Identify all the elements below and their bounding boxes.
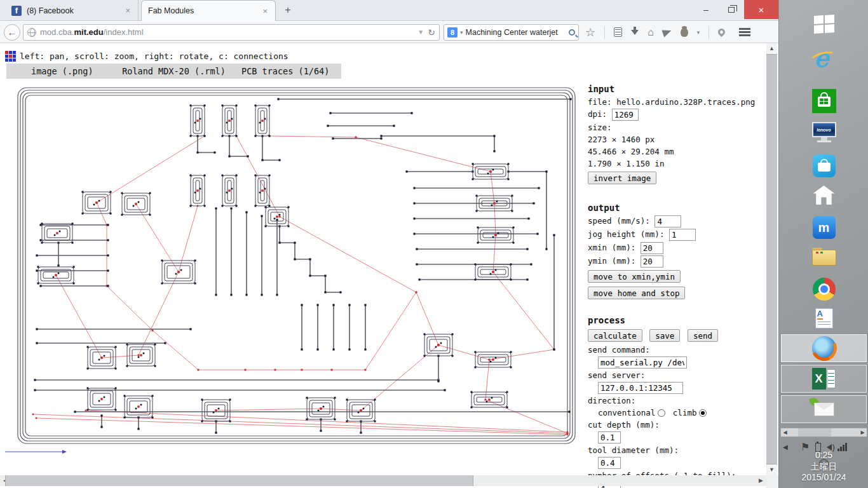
firefox-icon[interactable] [779, 336, 868, 360]
ymin-label: ymin (mm): [588, 256, 635, 266]
url-bar[interactable]: mod.cba.mit.edu/index.html ▼ ↻ [23, 24, 440, 41]
mail-icon[interactable] [779, 400, 868, 417]
addon-caret-icon[interactable]: ▾ [697, 29, 700, 36]
taskbar-scrollbar[interactable]: ◀ ▶ [780, 428, 867, 437]
taskbar-clock[interactable]: 0:25 土曜日 2015/01/24 [779, 470, 868, 488]
downloads-icon[interactable] [631, 30, 639, 39]
speed-input[interactable] [654, 215, 681, 227]
module-image[interactable]: image (.png) [6, 66, 118, 76]
search-engine-icon[interactable]: 8 [447, 27, 458, 37]
new-tab-button[interactable]: + [280, 4, 296, 18]
taskbar-scroll-left-icon[interactable]: ◀ [781, 430, 789, 435]
menu-icon[interactable] [739, 28, 750, 36]
back-button[interactable]: ← [4, 24, 20, 41]
input-section-title: input [588, 83, 766, 95]
send-command-input[interactable] [598, 356, 687, 369]
clock-date: 2015/01/24 [779, 472, 868, 484]
home-app-icon[interactable] [779, 186, 868, 205]
send-server-input[interactable] [598, 382, 683, 394]
tab-facebook[interactable]: f (8) Facebook × [5, 0, 139, 21]
hint-row: left: pan, scroll: zoom, right: rotate, … [5, 51, 288, 62]
desktop: f (8) Facebook × Fab Modules × + – × ← m… [0, 0, 868, 488]
tab-fab-modules[interactable]: Fab Modules × [141, 0, 276, 21]
tool-diameter-input[interactable] [598, 457, 621, 469]
scroll-down-icon[interactable]: ▼ [766, 464, 777, 475]
taskbar-scroll-thumb[interactable] [798, 428, 831, 437]
reload-icon[interactable]: ↻ [428, 27, 435, 37]
internet-explorer-icon[interactable]: e [779, 46, 868, 71]
conventional-label: conventional [598, 408, 655, 417]
vertical-scrollbar[interactable]: ▲ ▼ [766, 43, 777, 475]
module-bar: image (.png) Roland MDX-20 (.rml) PCB tr… [6, 64, 341, 79]
direction-climb-radio[interactable] [699, 409, 707, 417]
addon-bug-icon[interactable] [681, 28, 688, 37]
scroll-right-icon[interactable]: ▶ [756, 475, 766, 486]
search-bar[interactable]: 8 ▾ Machining Center waterjet [444, 24, 579, 41]
url-text: mod.cba.mit.edu/index.html [40, 27, 414, 37]
tab-strip: f (8) Facebook × Fab Modules × + – × [0, 0, 778, 21]
search-input[interactable]: Machining Center waterjet [466, 28, 566, 37]
toolbar-separator [709, 26, 709, 39]
calculate-button[interactable]: calculate [588, 329, 642, 342]
jog-height-input[interactable] [669, 229, 696, 241]
search-icon[interactable] [569, 29, 575, 36]
url-dropdown-icon[interactable]: ▼ [417, 29, 424, 36]
send-button[interactable]: send [688, 329, 718, 342]
facebook-favicon: f [11, 6, 22, 16]
share-icon[interactable] [661, 27, 672, 37]
taskbar-scroll-right-icon[interactable]: ▶ [858, 430, 867, 435]
output-section-title: output [588, 202, 766, 214]
tab-close-icon[interactable]: × [124, 6, 132, 15]
xmin-input[interactable] [641, 242, 663, 254]
move-to-xmin-ymin-button[interactable]: move to xmin,ymin [588, 270, 681, 283]
invert-image-button[interactable]: invert image [588, 172, 656, 184]
scrollbar-corner [766, 475, 778, 488]
horizontal-scrollbar[interactable]: ◀ ▶ [0, 475, 766, 486]
tool-diameter-label: tool diameter (mm): [588, 445, 766, 456]
window-controls: – × [693, 0, 778, 19]
dpi-label: dpi: [588, 109, 607, 119]
restore-button[interactable] [719, 0, 744, 19]
wordpad-icon[interactable]: A [779, 308, 868, 329]
toolbar-separator [604, 26, 605, 39]
cut-depth-input[interactable] [598, 431, 621, 444]
bookmarks-menu-icon[interactable] [614, 27, 622, 37]
file-explorer-icon[interactable] [779, 248, 868, 266]
save-button[interactable]: save [649, 329, 680, 342]
module-pcb-traces[interactable]: PCB traces (1/64) [229, 66, 341, 76]
tab-label: (8) Facebook [27, 6, 119, 15]
tab-close-icon[interactable]: × [261, 6, 269, 16]
minimize-button[interactable]: – [693, 0, 719, 19]
lenovo-icon[interactable]: lenovo [779, 122, 868, 142]
search-engine-caret-icon[interactable]: ▾ [460, 29, 463, 36]
scroll-up-icon[interactable]: ▲ [766, 43, 777, 54]
dpi-input[interactable] [612, 109, 639, 121]
move-home-and-stop-button[interactable]: move home and stop [588, 287, 685, 299]
maxthon-icon[interactable]: m [779, 216, 868, 239]
navigation-bar: ← mod.cba.mit.edu/index.html ▼ ↻ 8 ▾ Mac… [0, 22, 778, 43]
cut-depth-label: cut depth (mm): [588, 419, 766, 430]
windows-store-icon[interactable] [779, 89, 868, 113]
chrome-icon[interactable] [779, 278, 868, 301]
send-command-label: send command: [588, 344, 766, 355]
size-mm: 45.466 × 29.204 mm [588, 146, 766, 157]
addon-pin-icon[interactable] [717, 27, 727, 37]
tab-label: Fab Modules [148, 6, 256, 15]
app-store-bag-icon[interactable] [779, 154, 868, 177]
hint-text: left: pan, scroll: zoom, right: rotate, … [20, 51, 288, 61]
speaker-icon[interactable] [827, 444, 832, 451]
ymin-input[interactable] [641, 255, 663, 268]
close-button[interactable]: × [744, 0, 778, 19]
home-icon[interactable]: ⌂ [648, 27, 654, 38]
toolpath-canvas[interactable] [0, 83, 585, 464]
size-px: 2273 × 1460 px [588, 134, 766, 145]
horizontal-scroll-thumb[interactable] [5, 475, 473, 486]
start-button[interactable] [779, 15, 868, 33]
vertical-scroll-thumb[interactable] [766, 54, 777, 464]
size-in: 1.790 × 1.150 in [588, 158, 766, 169]
clock-time: 0:25 [779, 450, 868, 461]
bookmark-star-icon[interactable]: ☆ [585, 25, 595, 39]
direction-conventional-radio[interactable] [658, 409, 665, 417]
excel-icon[interactable]: X [779, 368, 868, 390]
module-roland-mdx20[interactable]: Roland MDX-20 (.rml) [118, 66, 230, 76]
